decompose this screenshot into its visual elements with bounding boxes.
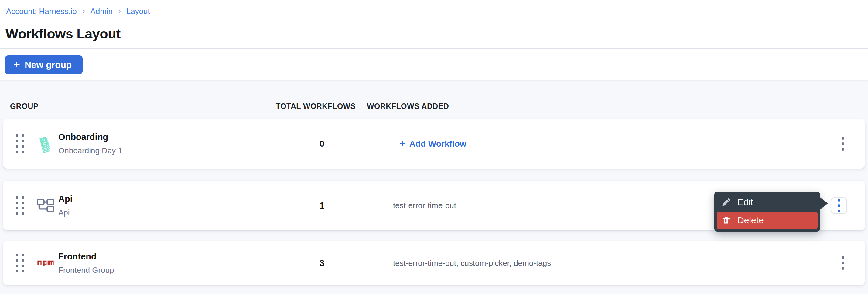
- column-header-group: GROUP: [10, 102, 38, 111]
- new-group-button-label: New group: [25, 60, 72, 70]
- total-workflows-count: 0: [288, 139, 355, 149]
- total-workflows-count: 1: [288, 200, 355, 211]
- column-header-total-workflows: TOTAL WORKFLOWS: [276, 102, 355, 111]
- breadcrumb-separator-icon: ›: [118, 6, 121, 16]
- menu-item-label: Delete: [737, 215, 764, 225]
- group-name: Onboarding: [58, 132, 122, 142]
- total-workflows-count: 3: [288, 258, 355, 268]
- group-name: Api: [58, 194, 72, 204]
- column-header-workflows-added: WORKFLOWS ADDED: [367, 102, 449, 111]
- toolbar: + New group: [0, 49, 868, 80]
- menu-item-delete[interactable]: Delete: [717, 212, 817, 229]
- add-workflow-label: Add Workflow: [409, 139, 466, 149]
- group-name-block: Api Api: [58, 194, 72, 217]
- table-row: B B B B B Onboarding Onboarding Day 1 0 …: [3, 119, 865, 169]
- npm-logo-icon: [35, 259, 57, 267]
- new-group-button[interactable]: + New group: [5, 56, 83, 74]
- svg-text:B: B: [38, 134, 51, 151]
- drag-handle[interactable]: [16, 254, 24, 272]
- context-menu-arrow: [820, 197, 828, 210]
- group-description: Frontend Group: [58, 265, 114, 274]
- pencil-icon: [722, 197, 731, 207]
- row-menu-kebab-icon[interactable]: [835, 255, 851, 271]
- add-workflow-button[interactable]: + Add Workflow: [399, 138, 466, 150]
- row-context-menu: Edit Delete: [714, 191, 820, 231]
- row-menu-kebab-icon[interactable]: [831, 197, 847, 214]
- page-title: Workflows Layout: [5, 26, 121, 42]
- plus-icon: +: [399, 137, 405, 149]
- stacked-b-logo-icon: B B B B B: [35, 134, 57, 154]
- breadcrumb-account-link[interactable]: Account: Harness.io: [6, 7, 77, 16]
- workflows-added-list: test-error-time-out, custom-picker, demo…: [393, 258, 551, 268]
- workflows-added-list: test-error-time-out: [393, 201, 456, 210]
- breadcrumb: Account: Harness.io › Admin › Layout: [6, 6, 150, 16]
- plus-icon: +: [13, 59, 20, 70]
- group-description: Api: [58, 208, 72, 217]
- breadcrumb-admin-link[interactable]: Admin: [90, 7, 113, 16]
- menu-item-label: Edit: [737, 197, 753, 207]
- group-name: Frontend: [58, 251, 114, 261]
- drag-handle[interactable]: [16, 196, 24, 215]
- row-menu-kebab-icon[interactable]: [835, 136, 851, 152]
- breadcrumb-separator-icon: ›: [82, 6, 85, 16]
- drag-handle[interactable]: [16, 134, 24, 153]
- workflow-diagram-icon: [35, 198, 57, 213]
- table-row: Frontend Frontend Group 3 test-error-tim…: [3, 241, 865, 285]
- group-description: Onboarding Day 1: [58, 146, 122, 155]
- menu-item-edit[interactable]: Edit: [717, 193, 817, 212]
- breadcrumb-layout-link[interactable]: Layout: [126, 7, 150, 16]
- trash-icon: [722, 216, 731, 225]
- group-name-block: Onboarding Onboarding Day 1: [58, 132, 122, 155]
- group-name-block: Frontend Frontend Group: [58, 251, 114, 274]
